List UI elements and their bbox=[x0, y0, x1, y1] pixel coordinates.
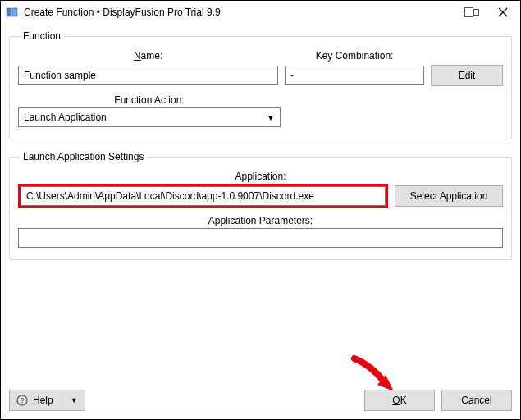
settings-legend: Launch Application Settings bbox=[20, 151, 147, 162]
svg-rect-2 bbox=[465, 8, 473, 17]
name-label: Name: bbox=[18, 50, 278, 62]
function-action-value: Launch Application bbox=[24, 112, 107, 123]
annotation-arrow-icon bbox=[350, 354, 399, 393]
help-button[interactable]: ? Help ▼ bbox=[9, 390, 85, 411]
application-parameters-input[interactable] bbox=[18, 228, 503, 248]
application-label: Application: bbox=[72, 171, 450, 182]
window-title: Create Function • DisplayFusion Pro Tria… bbox=[24, 7, 221, 18]
svg-rect-0 bbox=[7, 8, 11, 16]
select-application-button[interactable]: Select Application bbox=[395, 185, 503, 207]
function-action-select[interactable]: Launch Application ▼ bbox=[18, 107, 281, 127]
monitor-layout-icon[interactable] bbox=[461, 4, 482, 21]
svg-rect-3 bbox=[474, 10, 479, 16]
application-parameters-label: Application Parameters: bbox=[76, 215, 446, 226]
function-legend: Function bbox=[20, 30, 64, 42]
help-label: Help bbox=[33, 395, 53, 406]
application-path-highlight bbox=[18, 184, 388, 208]
application-path-input[interactable] bbox=[21, 186, 386, 206]
svg-text:?: ? bbox=[20, 396, 24, 404]
name-input[interactable] bbox=[18, 66, 278, 85]
cancel-button[interactable]: Cancel bbox=[441, 390, 512, 411]
chevron-down-icon: ▼ bbox=[267, 113, 275, 122]
close-button[interactable] bbox=[486, 1, 520, 24]
function-action-label: Function Action: bbox=[18, 94, 281, 106]
key-combination-display bbox=[285, 66, 424, 85]
launch-application-settings-group: Launch Application Settings Application:… bbox=[9, 151, 512, 260]
close-icon bbox=[498, 7, 508, 17]
function-group: Function Name: Key Combination: Edit Fun… bbox=[9, 30, 512, 139]
ok-button[interactable]: OK bbox=[364, 390, 435, 411]
titlebar: Create Function • DisplayFusion Pro Tria… bbox=[1, 1, 520, 24]
help-icon: ? bbox=[16, 395, 28, 406]
key-combination-label: Key Combination: bbox=[285, 50, 424, 62]
svg-marker-6 bbox=[377, 375, 394, 391]
edit-button[interactable]: Edit bbox=[431, 65, 503, 86]
footer: ? Help ▼ OK Cancel bbox=[9, 390, 512, 411]
svg-rect-1 bbox=[12, 8, 17, 16]
chevron-down-icon: ▼ bbox=[71, 396, 78, 404]
app-icon bbox=[6, 6, 19, 19]
